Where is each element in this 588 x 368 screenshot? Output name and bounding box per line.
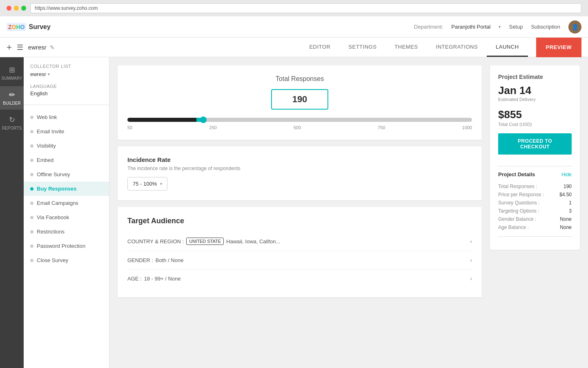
total-responses-title: Total Responses [127, 75, 472, 83]
maximize-dot[interactable] [21, 6, 26, 11]
main-layout: ⊞ SUMMARY ✏ BUILDER ↻ REPORTS Collector … [0, 57, 588, 368]
menu-item-email-invite[interactable]: Email Invite [24, 124, 109, 139]
sidebar-item-reports[interactable]: ↻ REPORTS [0, 111, 24, 135]
menu-item-password-protection[interactable]: Password Protection [24, 239, 109, 253]
close-dot[interactable] [7, 6, 11, 11]
menu-item-web-link[interactable]: Web link [24, 110, 109, 124]
dashed-divider-top [498, 166, 572, 166]
menu-dot-email-campaigns [30, 202, 33, 205]
audience-row-country[interactable]: COUNTRY & REGION : UNITED STATE Hawaii, … [127, 232, 472, 251]
builder-icon: ✏ [9, 90, 15, 99]
audience-row-gender[interactable]: GENDER : Both / None › [127, 251, 472, 269]
language-value: English [30, 90, 102, 96]
project-details-title: Project Details [498, 171, 535, 177]
sidebar-item-reports-label: REPORTS [2, 126, 22, 130]
main-content: Total Responses 50 250 500 750 1000 [109, 57, 588, 368]
dashed-divider-bottom [498, 236, 572, 237]
menu-dot-embed [30, 159, 33, 162]
slider-thumb[interactable] [200, 117, 207, 123]
language-header: Language English [24, 84, 109, 103]
hide-link[interactable]: Hide [561, 172, 572, 177]
gender-detail: Both / None [156, 257, 184, 263]
gender-chevron-icon: › [470, 257, 472, 263]
total-responses-card: Total Responses 50 250 500 750 1000 [118, 65, 482, 140]
summary-icon: ⊞ [9, 65, 15, 74]
menu-item-buy-responses[interactable]: Buy Responses [24, 182, 109, 196]
menu-item-restrictions[interactable]: Restrictions [24, 224, 109, 239]
slider-label-50: 50 [127, 125, 132, 130]
app-header: ZOHO Survey Department: Paranjothi Porta… [0, 16, 588, 38]
collector-header: Collector List ewresr ▾ [24, 64, 109, 81]
project-estimate-title: Project Estimate [498, 74, 572, 80]
content-left: Total Responses 50 250 500 750 1000 [118, 65, 482, 365]
dept-label: Department: [414, 24, 443, 30]
slider-labels: 50 250 500 750 1000 [127, 125, 472, 130]
age-chevron-icon: › [470, 275, 472, 282]
response-count-input[interactable] [271, 89, 328, 110]
target-audience-card: Target Audience COUNTRY & REGION : UNITE… [118, 207, 482, 297]
menu-item-email-campaigns[interactable]: Email Campaigns [24, 196, 109, 210]
detail-price-per-response: Price per Response : $4.50 [498, 191, 572, 199]
menu-item-offline-survey[interactable]: Offline Survey [24, 167, 109, 182]
slider-label-1000: 1000 [462, 125, 472, 130]
tab-launch[interactable]: LAUNCH [487, 38, 528, 57]
slider-label-750: 750 [378, 125, 385, 130]
sidebar-item-summary-label: SUMMARY [2, 76, 22, 81]
preview-button[interactable]: PREVIEW [536, 38, 581, 57]
tab-themes[interactable]: THEMES [385, 38, 427, 57]
menu-item-embed[interactable]: Embed [24, 153, 109, 167]
edit-icon[interactable]: ✎ [50, 44, 55, 51]
url-bar[interactable]: https://www.survey.zoho.com [30, 3, 581, 13]
detail-targeting-options: Targeting Options : 3 [498, 207, 572, 215]
menu-dot-web-link [30, 116, 33, 119]
sidebar-item-summary[interactable]: ⊞ SUMMARY [0, 61, 24, 85]
avatar[interactable]: 👤 [568, 20, 581, 34]
app-name: Survey [29, 23, 50, 31]
slider-container [127, 118, 472, 122]
menu-dot-email-invite [30, 130, 33, 133]
tab-editor[interactable]: EDITOR [300, 38, 339, 57]
menu-item-close-survey[interactable]: Close Survey [24, 253, 109, 267]
survey-name: ewresr [28, 44, 47, 51]
sidebar-divider [24, 105, 109, 105]
country-badge: UNITED STATE [186, 238, 224, 245]
add-button[interactable]: + [7, 43, 12, 52]
sidebar-item-builder-label: BUILDER [3, 101, 20, 105]
zoho-logo: ZOHO [7, 23, 26, 31]
project-details-rows: Total Responses : 190 Price per Response… [498, 182, 572, 231]
slider-track[interactable] [127, 118, 472, 122]
detail-survey-questions: Survey Questions : 1 [498, 199, 572, 207]
language-title: Language [30, 84, 102, 89]
tab-settings[interactable]: SETTINGS [339, 38, 385, 57]
sidebar-item-builder[interactable]: ✏ BUILDER [0, 86, 24, 110]
audience-row-age[interactable]: AGE : 18 - 99+ / None › [127, 269, 472, 287]
chevron-down-icon[interactable]: ▾ [499, 25, 501, 29]
detail-age-balance: Age Balance : None [498, 223, 572, 231]
country-detail: Hawaii, Iowa, Califon... [226, 238, 280, 245]
detail-gender-balance: Gender Balance : None [498, 215, 572, 223]
slider-label-500: 500 [294, 125, 301, 130]
menu-item-via-facebook[interactable]: Via Facebook [24, 210, 109, 224]
subscription-link[interactable]: Subscription [531, 24, 560, 30]
menu-dot-visibility [30, 144, 33, 148]
menu-dot-offline-survey [30, 173, 33, 176]
tab-integrations[interactable]: INTEGRATIONS [427, 38, 487, 57]
incidence-rate-card: Incidence Rate The incidence rate is the… [118, 146, 482, 200]
response-input-container [127, 89, 472, 110]
minimize-dot[interactable] [14, 6, 19, 11]
project-details-header: Project Details Hide [498, 171, 572, 177]
icon-sidebar: ⊞ SUMMARY ✏ BUILDER ↻ REPORTS [0, 57, 24, 368]
hamburger-icon[interactable]: ☰ [17, 43, 23, 52]
setup-link[interactable]: Setup [509, 24, 523, 30]
dept-portal[interactable]: Paranjothi Portal [451, 24, 490, 30]
header-right: Department: Paranjothi Portal ▾ Setup Su… [414, 20, 581, 34]
menu-dot-via-facebook [30, 216, 33, 219]
collector-dropdown[interactable]: ewresr ▾ [30, 71, 102, 77]
incidence-rate-title: Incidence Rate [127, 156, 472, 163]
checkout-button[interactable]: PROCEED TO CHECKOUT [498, 133, 572, 155]
logo-area: ZOHO Survey [7, 23, 51, 31]
slider-label-250: 250 [209, 125, 216, 130]
menu-item-visibility[interactable]: Visibility [24, 139, 109, 153]
reports-icon: ↻ [9, 115, 15, 124]
incidence-rate-dropdown[interactable]: 75 - 100% ▾ [127, 177, 167, 191]
